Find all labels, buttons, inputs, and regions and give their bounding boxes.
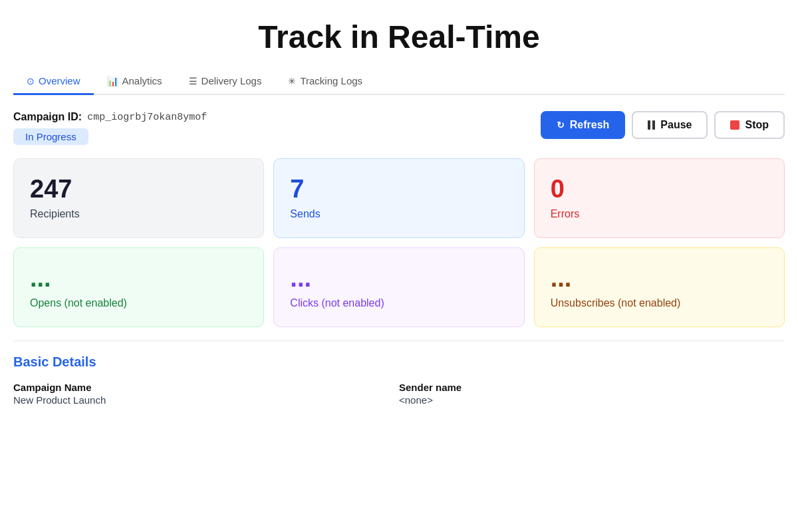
campaign-id-label: Campaign ID: — [13, 111, 82, 123]
errors-number: 0 — [551, 176, 768, 201]
detail-campaign-name-label: Campaign Name New Product Launch — [13, 382, 399, 406]
unsubscribes-label: Unsubscribes (not enabled) — [551, 297, 768, 309]
clicks-label: Clicks (not enabled) — [290, 297, 507, 309]
stat-errors: 0 Errors — [534, 158, 785, 238]
recipients-number: 247 — [30, 176, 247, 201]
refresh-label: Refresh — [570, 119, 610, 131]
campaign-id-value: cmp_iogrbj7okan8ymof — [87, 112, 207, 123]
analytics-icon: 📊 — [107, 76, 118, 86]
refresh-button[interactable]: ↻ Refresh — [541, 111, 626, 139]
stat-recipients: 247 Recipients — [13, 158, 264, 238]
pause-button[interactable]: Pause — [632, 111, 708, 139]
unsubscribes-number: ... — [551, 265, 768, 291]
stop-button[interactable]: Stop — [714, 111, 785, 139]
opens-label: Opens (not enabled) — [30, 297, 247, 309]
basic-details-title: Basic Details — [13, 354, 785, 370]
stat-unsubscribes: ... Unsubscribes (not enabled) — [534, 247, 785, 327]
clicks-number: ... — [290, 265, 507, 291]
stat-sends: 7 Sends — [273, 158, 524, 238]
status-badge: In Progress — [13, 128, 88, 145]
sends-label: Sends — [290, 208, 507, 220]
stat-clicks: ... Clicks (not enabled) — [273, 247, 524, 327]
campaign-header: Campaign ID: cmp_iogrbj7okan8ymof In Pro… — [13, 111, 785, 145]
basic-details-section: Basic Details Campaign Name New Product … — [13, 354, 785, 406]
tab-tracking-logs[interactable]: ✳ Tracking Logs — [275, 68, 376, 95]
action-buttons: ↻ Refresh Pause Stop — [541, 111, 785, 139]
tracking-logs-icon: ✳ — [288, 76, 296, 86]
sends-number: 7 — [290, 176, 507, 201]
campaign-info: Campaign ID: cmp_iogrbj7okan8ymof In Pro… — [13, 111, 207, 145]
stop-icon — [730, 120, 739, 130]
stop-label: Stop — [745, 119, 769, 131]
detail-sender-name-label: Sender name <none> — [399, 382, 785, 406]
tab-delivery-logs[interactable]: ☰ Delivery Logs — [176, 68, 275, 95]
opens-number: ... — [30, 265, 247, 291]
tab-overview-label: Overview — [39, 75, 80, 86]
stats-grid: 247 Recipients 7 Sends 0 Errors ... Open… — [13, 158, 785, 327]
tab-overview[interactable]: ⊙ Overview — [13, 68, 94, 95]
tab-analytics[interactable]: 📊 Analytics — [94, 68, 176, 95]
stat-opens: ... Opens (not enabled) — [13, 247, 264, 327]
tabs-nav: ⊙ Overview 📊 Analytics ☰ Delivery Logs ✳… — [13, 68, 785, 95]
campaign-id-row: Campaign ID: cmp_iogrbj7okan8ymof — [13, 111, 207, 123]
details-grid: Campaign Name New Product Launch Sender … — [13, 382, 785, 406]
tab-delivery-logs-label: Delivery Logs — [201, 75, 262, 86]
recipients-label: Recipients — [30, 208, 247, 220]
errors-label: Errors — [551, 208, 768, 220]
page-title: Track in Real-Time — [13, 0, 785, 68]
pause-label: Pause — [660, 119, 692, 131]
delivery-logs-icon: ☰ — [189, 76, 198, 86]
overview-icon: ⊙ — [27, 76, 35, 86]
pause-icon — [648, 120, 655, 130]
tab-tracking-logs-label: Tracking Logs — [300, 75, 362, 86]
tab-analytics-label: Analytics — [122, 75, 162, 86]
section-divider — [13, 340, 785, 341]
refresh-icon: ↻ — [557, 120, 565, 130]
